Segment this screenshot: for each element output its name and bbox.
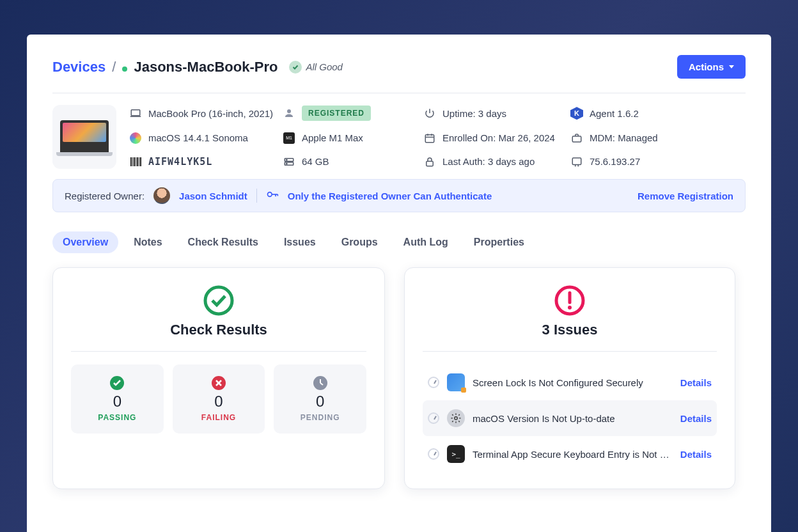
issue-text: macOS Version Is Not Up-to-date <box>473 413 673 424</box>
agent-text: Agent 1.6.2 <box>590 108 639 119</box>
mdm-text: MDM: Managed <box>590 132 658 143</box>
pending-icon <box>313 376 327 390</box>
device-info-grid: MacBook Pro (16-inch, 2021) REGISTERED U… <box>52 105 746 169</box>
enrolled-text: Enrolled On: Mar 26, 2024 <box>442 132 555 143</box>
auth-policy-text: Only the Registered Owner Can Authentica… <box>288 191 492 201</box>
storage-icon <box>283 155 295 168</box>
pending-label: PENDING <box>301 413 340 422</box>
tab-overview[interactable]: Overview <box>52 231 118 253</box>
laptop-outline-icon <box>129 107 142 120</box>
actions-label: Actions <box>689 61 724 72</box>
gauge-icon <box>428 377 439 388</box>
barcode-icon <box>129 155 142 168</box>
cards-row: Check Results 0 PASSING 0 FAILING <box>52 267 746 489</box>
issue-text: Terminal App Secure Keyboard Entry is No… <box>473 449 673 460</box>
info-model: MacBook Pro (16-inch, 2021) <box>129 105 283 122</box>
details-link[interactable]: Details <box>680 377 712 388</box>
svg-rect-3 <box>425 135 434 143</box>
status-pill: All Good <box>289 61 343 74</box>
issues-card: 3 Issues Screen Lock Is Not Configured S… <box>404 267 735 489</box>
svg-point-16 <box>267 192 272 197</box>
os-gradient-icon <box>129 132 142 145</box>
pass-icon <box>110 376 124 390</box>
failing-label: FAILING <box>201 413 236 422</box>
details-link[interactable]: Details <box>680 413 712 424</box>
lock-icon <box>423 155 436 168</box>
pending-count: 0 <box>316 393 324 411</box>
passing-label: PASSING <box>98 413 136 422</box>
issues-title: 3 Issues <box>542 322 598 338</box>
tab-groups[interactable]: Groups <box>331 231 388 253</box>
tabs: Overview Notes Check Results Issues Grou… <box>52 231 746 253</box>
passing-count: 0 <box>113 393 121 411</box>
issue-row[interactable]: Screen Lock Is Not Configured Securely D… <box>423 364 717 400</box>
tab-check-results[interactable]: Check Results <box>178 231 269 253</box>
svg-rect-0 <box>131 110 140 116</box>
fail-icon <box>212 376 226 390</box>
laptop-icon <box>60 120 109 153</box>
header: Devices / Jasons-MacBook-Pro All Good Ac… <box>52 55 746 79</box>
terminal-icon: >_ <box>447 445 465 463</box>
issue-row[interactable]: >_ Terminal App Secure Keyboard Entry is… <box>423 436 717 472</box>
actions-button[interactable]: Actions <box>677 55 746 79</box>
owner-link[interactable]: Jason Schmidt <box>179 191 247 201</box>
divider <box>52 93 746 93</box>
check-results-title: Check Results <box>170 322 267 338</box>
storage-text: 64 GB <box>302 156 329 167</box>
device-image <box>52 105 116 169</box>
key-icon <box>266 188 279 203</box>
remove-registration-link[interactable]: Remove Registration <box>638 191 733 201</box>
svg-rect-13 <box>572 158 581 165</box>
ip-text: 75.6.193.27 <box>590 156 640 167</box>
info-enrolled: Enrolled On: Mar 26, 2024 <box>423 131 570 146</box>
power-icon <box>423 107 436 120</box>
info-storage: 64 GB <box>283 154 423 169</box>
info-ip: 75.6.193.27 <box>570 154 746 169</box>
avatar <box>153 187 170 204</box>
info-serial: AIFW4LYK5L <box>129 154 283 169</box>
serial-text: AIFW4LYK5L <box>148 156 212 168</box>
separator <box>256 189 257 203</box>
status-text: All Good <box>306 61 343 72</box>
agent-badge-icon: K <box>570 107 583 120</box>
owner-label: Registered Owner: <box>65 191 145 201</box>
chip-icon: M1 <box>283 132 295 145</box>
svg-rect-7 <box>572 136 581 142</box>
info-os: macOS 14.4.1 Sonoma <box>129 131 283 146</box>
gauge-icon <box>428 412 439 424</box>
status-dot-icon <box>122 66 127 72</box>
issue-text: Screen Lock Is Not Configured Securely <box>473 377 673 388</box>
svg-point-30 <box>568 306 572 309</box>
alert-big-icon <box>554 285 586 317</box>
svg-point-20 <box>205 287 232 314</box>
registration-badge: REGISTERED <box>302 106 371 121</box>
person-icon <box>283 107 295 120</box>
tab-notes[interactable]: Notes <box>123 231 172 253</box>
calendar-icon <box>423 132 436 145</box>
check-results-card: Check Results 0 PASSING 0 FAILING <box>52 267 385 489</box>
svg-point-2 <box>287 109 291 113</box>
passing-cell[interactable]: 0 PASSING <box>71 364 164 434</box>
pending-cell[interactable]: 0 PENDING <box>274 364 366 434</box>
info-uptime: Uptime: 3 days <box>423 105 570 122</box>
svg-rect-12 <box>426 161 434 166</box>
briefcase-icon <box>570 132 583 145</box>
failing-cell[interactable]: 0 FAILING <box>173 364 265 434</box>
svg-point-11 <box>286 163 288 164</box>
check-circle-icon <box>289 61 302 74</box>
device-panel: Devices / Jasons-MacBook-Pro All Good Ac… <box>27 35 771 532</box>
tab-auth-log[interactable]: Auth Log <box>393 231 458 253</box>
breadcrumb-current: Jasons-MacBook-Pro <box>122 59 278 75</box>
chip-text: Apple M1 Max <box>302 132 363 143</box>
info-last-auth: Last Auth: 3 days ago <box>423 154 570 169</box>
tab-properties[interactable]: Properties <box>464 231 535 253</box>
breadcrumb-root[interactable]: Devices <box>52 59 106 75</box>
issue-row[interactable]: macOS Version Is Not Up-to-date Details <box>423 400 717 436</box>
network-icon <box>570 155 583 168</box>
os-text: macOS 14.4.1 Sonoma <box>148 132 248 143</box>
info-agent: K Agent 1.6.2 <box>570 105 746 122</box>
details-link[interactable]: Details <box>680 449 712 460</box>
gauge-icon <box>428 448 439 460</box>
tab-issues[interactable]: Issues <box>274 231 326 253</box>
failing-count: 0 <box>214 393 223 411</box>
